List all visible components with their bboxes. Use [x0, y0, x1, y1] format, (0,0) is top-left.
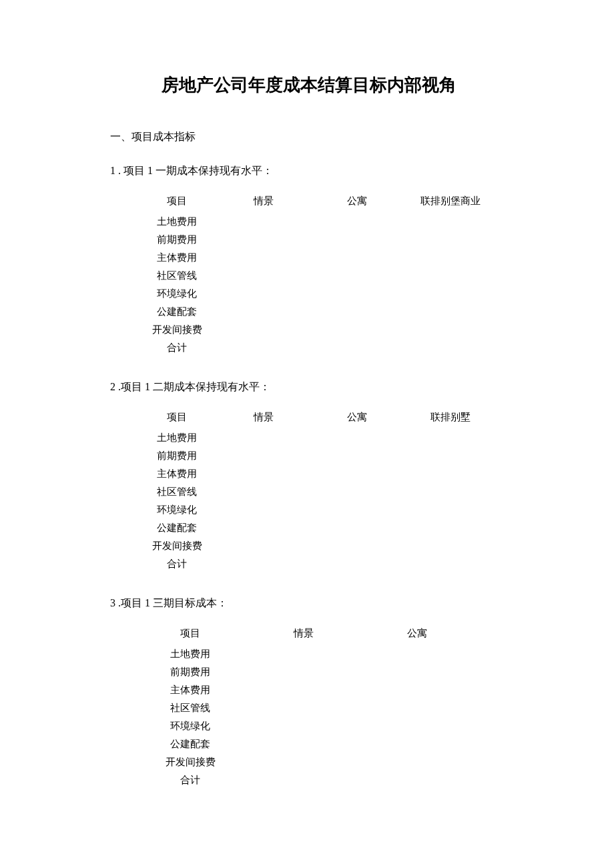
- table-3: 项目 情景 公寓 土地费用 前期费用 主体费用 社区管线 环境绿化 公建配套 开…: [137, 627, 507, 789]
- table-cell: 环境绿化: [137, 501, 217, 519]
- table-2-header-scenario: 情景: [217, 411, 310, 424]
- table-2-header: 项目 情景 公寓 联排别墅: [137, 411, 507, 424]
- document-title: 房地产公司年度成本结算目标内部视角: [110, 73, 507, 97]
- table-row: 公建配套: [137, 519, 507, 537]
- subsection-1-text: . 项目 1 一期成本保持现有水平：: [115, 165, 273, 176]
- table-cell: 开发间接费: [137, 321, 217, 339]
- table-cell: 社区管线: [137, 699, 244, 717]
- table-row: 合计: [137, 555, 507, 573]
- table-2-header-last: 联排别墅: [404, 411, 497, 424]
- subsection-1-number: 1: [110, 165, 115, 176]
- table-row: 环境绿化: [137, 717, 507, 735]
- table-cell: 主体费用: [137, 681, 244, 699]
- table-row: 主体费用: [137, 681, 507, 699]
- table-row: 土地费用: [137, 645, 507, 663]
- table-cell: 公建配套: [137, 735, 244, 753]
- table-1-header-last: 联排别堡商业: [404, 195, 497, 207]
- table-1: 项目 情景 公寓 联排别堡商业 土地费用 前期费用 主体费用 社区管线 环境绿化…: [137, 195, 507, 357]
- table-cell: 环境绿化: [137, 717, 244, 735]
- table-2: 项目 情景 公寓 联排别墅 土地费用 前期费用 主体费用 社区管线 环境绿化 公…: [137, 411, 507, 573]
- table-cell: 合计: [137, 339, 217, 357]
- document-page: 房地产公司年度成本结算目标内部视角 一、项目成本指标 1 . 项目 1 一期成本…: [0, 0, 614, 789]
- subsection-1-heading: 1 . 项目 1 一期成本保持现有水平：: [110, 164, 507, 178]
- table-3-header: 项目 情景 公寓: [137, 627, 507, 640]
- table-2-header-apt: 公寓: [310, 411, 404, 424]
- table-cell: 合计: [137, 555, 217, 573]
- table-row: 开发间接费: [137, 753, 507, 771]
- table-cell: 环境绿化: [137, 285, 217, 303]
- table-cell: 前期费用: [137, 447, 217, 465]
- table-cell: 前期费用: [137, 231, 217, 249]
- table-row: 合计: [137, 339, 507, 357]
- table-cell: 主体费用: [137, 249, 217, 267]
- table-row: 土地费用: [137, 429, 507, 447]
- subsection-2-text: .项目 1 二期成本保持现有水平：: [115, 381, 270, 392]
- table-cell: 开发间接费: [137, 537, 217, 555]
- table-1-header-scenario: 情景: [217, 195, 310, 207]
- table-row: 前期费用: [137, 663, 507, 681]
- table-row: 主体费用: [137, 465, 507, 483]
- table-1-header-item: 项目: [137, 195, 217, 207]
- table-2-header-item: 项目: [137, 411, 217, 424]
- table-row: 社区管线: [137, 699, 507, 717]
- table-cell: 前期费用: [137, 663, 244, 681]
- table-cell: 土地费用: [137, 213, 217, 231]
- table-row: 环境绿化: [137, 501, 507, 519]
- table-row: 社区管线: [137, 483, 507, 501]
- table-row: 公建配套: [137, 303, 507, 321]
- table-cell: 社区管线: [137, 483, 217, 501]
- table-3-header-item: 项目: [137, 627, 244, 640]
- subsection-3-heading: 3 .项目 1 三期目标成本：: [110, 596, 507, 610]
- table-cell: 土地费用: [137, 645, 244, 663]
- table-row: 前期费用: [137, 231, 507, 249]
- table-3-header-apt: 公寓: [364, 627, 471, 640]
- subsection-3-text: .项目 1 三期目标成本：: [115, 597, 228, 608]
- table-1-header-apt: 公寓: [310, 195, 404, 207]
- table-row: 社区管线: [137, 267, 507, 285]
- subsection-2-heading: 2 .项目 1 二期成本保持现有水平：: [110, 380, 507, 394]
- table-cell: 合计: [137, 771, 244, 789]
- table-3-header-scenario: 情景: [244, 627, 364, 640]
- table-row: 环境绿化: [137, 285, 507, 303]
- table-row: 开发间接费: [137, 321, 507, 339]
- table-cell: 开发间接费: [137, 753, 244, 771]
- section-heading: 一、项目成本指标: [110, 130, 507, 144]
- table-row: 公建配套: [137, 735, 507, 753]
- table-cell: 公建配套: [137, 519, 217, 537]
- table-row: 主体费用: [137, 249, 507, 267]
- table-row: 土地费用: [137, 213, 507, 231]
- table-row: 前期费用: [137, 447, 507, 465]
- table-cell: 社区管线: [137, 267, 217, 285]
- table-cell: 主体费用: [137, 465, 217, 483]
- subsection-3-number: 3: [110, 597, 115, 608]
- table-row: 开发间接费: [137, 537, 507, 555]
- subsection-2-number: 2: [110, 381, 115, 392]
- table-cell: 公建配套: [137, 303, 217, 321]
- table-1-header: 项目 情景 公寓 联排别堡商业: [137, 195, 507, 207]
- table-cell: 土地费用: [137, 429, 217, 447]
- table-row: 合计: [137, 771, 507, 789]
